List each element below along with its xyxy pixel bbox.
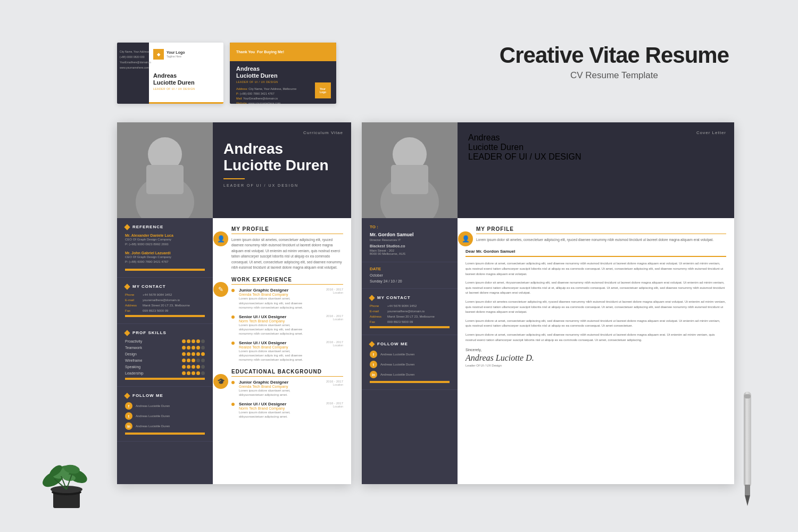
cv-skills-section: PROF SKILLS ProactivityTeamworkDesignWir… bbox=[117, 324, 213, 387]
education-section: EDUCATIONAL BACKGROUND Junior Graphic De… bbox=[231, 369, 343, 419]
pen-svg bbox=[739, 392, 755, 509]
cv-name: Andreas Luciotte Duren bbox=[223, 141, 343, 174]
follow-item: t Andreas Luciottle Duren bbox=[370, 361, 450, 368]
cover-person-silhouette bbox=[362, 122, 458, 218]
experience-section: WORK EXPERIENCE Junior Graphic Designer … bbox=[231, 277, 343, 362]
cover-profile-icon: 👤 bbox=[458, 231, 473, 246]
diamond-icon bbox=[124, 330, 130, 336]
cv-header-right: Curriculum Vitae Andreas Luciotte Duren … bbox=[213, 122, 351, 218]
follow-item: in Andreas Luciottle Duren bbox=[370, 371, 450, 378]
cover-main-content: 👤 MY PROFILE Lorem ipsum dolor sit amete… bbox=[458, 218, 734, 484]
cv-photo bbox=[117, 122, 213, 218]
back-card-name: Andreas Luciotte Duren LEADER OF UI / UX… bbox=[230, 61, 336, 85]
edu-icon: 🎓 bbox=[213, 374, 228, 389]
to-section: TO : Mr. Gordon Samuel Director Resource… bbox=[362, 218, 458, 262]
cover-contact-section: MY CONTACT Phone +44 5678 9084 3452 E-ma… bbox=[362, 289, 458, 335]
cover-paragraph: Lorem ipsum dolore ut amet, consectetuer… bbox=[466, 261, 726, 277]
cv-contact-section: MY CONTACT Phone +44 5678 9084 3452 E-ma… bbox=[117, 278, 213, 324]
skill-row: Wireframe bbox=[125, 359, 205, 362]
svg-rect-3 bbox=[146, 165, 184, 194]
follow-list: f Andreas Luciottle Duren t Andreas Luci… bbox=[125, 402, 205, 430]
cv-main-content: 👤 MY PROFILE Lorem ipsum dolor sit amete… bbox=[213, 218, 351, 484]
sidebar-gold-bar bbox=[125, 433, 205, 435]
cover-name: Andreas Luciotte Duren bbox=[468, 133, 726, 152]
business-cards-area: City Name, Your Address (+88) 0000 0820 … bbox=[117, 43, 346, 104]
card-stripe: City Name, Your Address (+88) 0000 0820 … bbox=[117, 43, 149, 104]
diamond-icon bbox=[124, 224, 130, 230]
follow-item: f Andreas Luciottle Duren bbox=[370, 351, 450, 358]
diamond-icon bbox=[124, 284, 130, 289]
cover-paragraph: Lorem ipsum dolor sit amet, rkryuonsecte… bbox=[466, 280, 726, 296]
education-item: Senior UI / UX Designer Norm Tech Brand … bbox=[231, 402, 343, 419]
cv-header: Curriculum Vitae Andreas Luciotte Duren … bbox=[117, 122, 351, 218]
dear-section: Dear Mr. Gordon Samuel Lorem ipsum dolor… bbox=[466, 249, 726, 367]
page-subtitle: CV Resume Template bbox=[500, 70, 729, 81]
back-logo: YourLogo bbox=[315, 82, 331, 98]
skill-row: Teamwork bbox=[125, 346, 205, 350]
person-silhouette bbox=[117, 122, 213, 218]
business-card-front: City Name, Your Address (+88) 0000 0820 … bbox=[117, 43, 223, 104]
cv-follow-section: FOLLOW ME f Andreas Luciottle Duren t An… bbox=[117, 387, 213, 442]
follow-item: in Andreas Luciottle Duren bbox=[125, 422, 205, 430]
svg-rect-21 bbox=[744, 392, 751, 487]
skill-row: Proactivity bbox=[125, 339, 205, 343]
card-gold-bar bbox=[149, 102, 223, 104]
curriculum-label: Curriculum Vitae bbox=[303, 130, 343, 135]
reference-section: REFERENCE Mr. Alexander Daniele Luca CEO… bbox=[117, 218, 213, 278]
profile-section: MY PROFILE Lorem ipsum dolor sit ametes,… bbox=[231, 226, 343, 270]
profile-icon: 👤 bbox=[213, 231, 228, 246]
experience-item: Junior Graphic Designer Grenda Tech Bran… bbox=[231, 288, 343, 310]
svg-marker-23 bbox=[745, 495, 750, 506]
cover-sidebar: TO : Mr. Gordon Samuel Director Resource… bbox=[362, 218, 458, 484]
cover-paragraph: Lorem ipsum dolore ut amet, consectetuer… bbox=[466, 332, 726, 343]
cover-role: LEADER OF UI / UX DESIGN bbox=[468, 152, 726, 162]
cover-photo bbox=[362, 122, 458, 218]
experience-item: Senior UI / UX Designer Realize Tech Bra… bbox=[231, 340, 343, 362]
cv-body: REFERENCE Mr. Alexander Daniele Luca CEO… bbox=[117, 218, 351, 484]
diamond-icon bbox=[124, 393, 130, 398]
cover-follow-section: FOLLOW ME f Andreas Luciottle Duren t An… bbox=[362, 335, 458, 390]
skill-row: Leadership bbox=[125, 371, 205, 375]
card-logo: ◆ Your Logo Tagline Here bbox=[153, 49, 219, 60]
follow-item: t Andreas Luciottle Duren bbox=[125, 412, 205, 420]
plant-svg bbox=[32, 442, 101, 511]
sidebar-gold-bar bbox=[370, 326, 450, 328]
sidebar-gold-bar bbox=[125, 378, 205, 380]
cover-follow-list: f Andreas Luciottle Duren t Andreas Luci… bbox=[370, 351, 450, 378]
skill-row: Design bbox=[125, 352, 205, 356]
education-list: Junior Graphic Designer Grenda Tech Bran… bbox=[231, 380, 343, 419]
cv-header-left bbox=[117, 122, 213, 218]
experience-list: Junior Graphic Designer Grenda Tech Bran… bbox=[231, 288, 343, 362]
work-icon: ✎ bbox=[213, 282, 228, 297]
svg-rect-7 bbox=[391, 165, 428, 194]
cover-header-right: Cover Letter Andreas Luciotte Duren LEAD… bbox=[458, 122, 734, 218]
education-item: Junior Graphic Designer Grenda Tech Bran… bbox=[231, 380, 343, 397]
ref-person-2: Mr. John Gabriel Lazuardi CEO Of Graph D… bbox=[125, 251, 205, 264]
cover-document: Cover Letter Andreas Luciotte Duren LEAD… bbox=[362, 122, 734, 484]
skill-row: Speaking bbox=[125, 365, 205, 369]
cover-label: Cover Letter bbox=[696, 130, 726, 135]
svg-rect-22 bbox=[745, 485, 750, 495]
sidebar-gold-bar bbox=[125, 315, 205, 317]
experience-item: Senior UI / UX Designer Norm Tech Brand … bbox=[231, 314, 343, 336]
ref-person-1: Mr. Alexander Daniele Luca CEO Of Graph … bbox=[125, 234, 205, 247]
diamond-icon bbox=[369, 341, 375, 347]
cv-role: LEADER OF UI / UX DESIGN bbox=[223, 184, 343, 187]
svg-rect-24 bbox=[744, 394, 751, 398]
documents-area: Curriculum Vitae Andreas Luciotte Duren … bbox=[117, 122, 734, 484]
page-title: Creative Vitae Resume bbox=[500, 43, 729, 68]
cover-paragraph: Lorem ipsum dolor sit ametes consectetue… bbox=[466, 300, 726, 315]
cover-paragraph: Lorem ipsum dolore ut amet, consectetuer… bbox=[466, 319, 726, 329]
cover-header-left bbox=[362, 122, 458, 218]
date-section: DATE October Sunday 24 / 10 / 20 bbox=[362, 262, 458, 289]
title-area: Creative Vitae Resume CV Resume Template bbox=[500, 43, 729, 81]
follow-item: f Andreas Luciottle Duren bbox=[125, 402, 205, 410]
skills-list: ProactivityTeamworkDesignWireframeSpeaki… bbox=[125, 339, 205, 375]
plant-decoration bbox=[32, 442, 96, 505]
business-card-back: Thank You For Buying Me! Andreas Luciott… bbox=[230, 43, 336, 104]
cover-header: Cover Letter Andreas Luciotte Duren LEAD… bbox=[362, 122, 734, 218]
cover-profile-section: MY PROFILE Lorem ipsum dolor sit ametes,… bbox=[476, 226, 726, 243]
sidebar-gold-bar bbox=[125, 269, 205, 271]
diamond-icon bbox=[369, 295, 375, 301]
pen-decoration bbox=[739, 392, 755, 511]
